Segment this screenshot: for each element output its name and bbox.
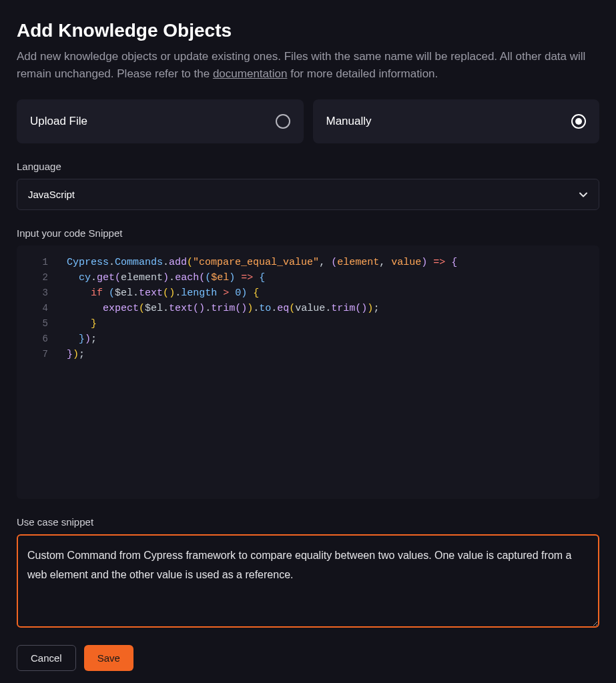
usecase-textarea[interactable] (17, 534, 599, 628)
upload-file-label: Upload File (30, 115, 87, 128)
manually-option[interactable]: Manually (313, 99, 600, 143)
code-line-5: } (67, 316, 97, 331)
language-select[interactable]: JavaScript (17, 179, 599, 210)
page-title: Add Knowledge Objects (17, 20, 599, 41)
code-editor[interactable]: 1 Cypress.Commands.add("compare_equal_va… (17, 245, 599, 499)
code-snippet-label: Input your code Snippet (17, 227, 599, 239)
subtitle-text-after: for more detailed information. (287, 67, 438, 80)
line-number: 3 (17, 285, 67, 301)
line-number: 1 (17, 255, 67, 270)
radio-unselected-icon (276, 114, 290, 129)
input-mode-selector: Upload File Manually (17, 99, 599, 143)
page-subtitle: Add new knowledge objects or update exis… (17, 48, 599, 82)
language-value: JavaScript (28, 189, 75, 200)
code-line-1: Cypress.Commands.add("compare_equal_valu… (67, 255, 457, 270)
radio-selected-icon (571, 114, 586, 129)
usecase-label: Use case snippet (17, 516, 599, 528)
line-number: 7 (17, 347, 67, 362)
line-number: 4 (17, 301, 67, 316)
code-line-6: }); (67, 331, 97, 347)
code-line-2: cy.get(element).each(($el) => { (67, 270, 265, 285)
code-line-3: if ($el.text().length > 0) { (67, 285, 259, 301)
line-number: 2 (17, 270, 67, 285)
chevron-down-icon (579, 190, 588, 199)
documentation-link[interactable]: documentation (213, 67, 288, 80)
line-number: 5 (17, 316, 67, 331)
manually-label: Manually (326, 115, 372, 128)
line-number: 6 (17, 331, 67, 347)
upload-file-option[interactable]: Upload File (17, 99, 304, 143)
cancel-button[interactable]: Cancel (17, 645, 76, 671)
save-button[interactable]: Save (84, 645, 133, 671)
code-line-7: }); (67, 347, 85, 362)
action-buttons: Cancel Save (17, 645, 599, 671)
code-line-4: expect($el.text().trim()).to.eq(value.tr… (67, 301, 379, 316)
language-label: Language (17, 161, 599, 172)
